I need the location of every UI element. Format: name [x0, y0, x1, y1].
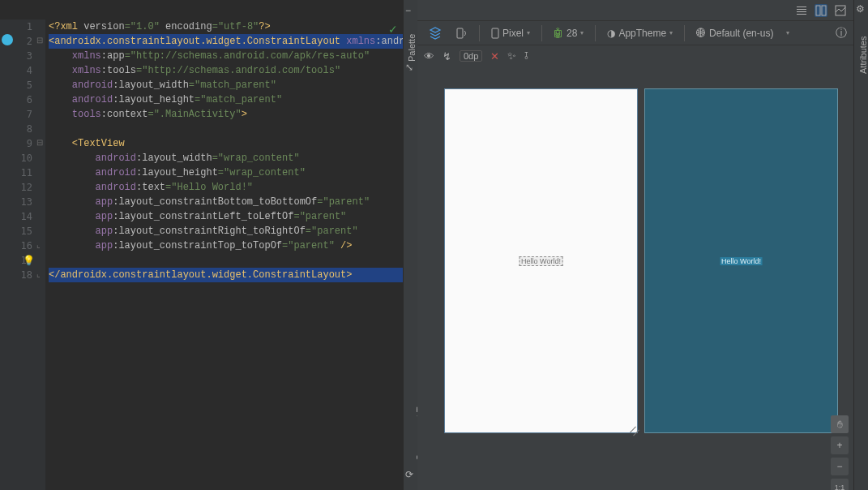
code-line[interactable]: app:layout_constraintTop_toTopOf="parent…	[49, 239, 403, 253]
blueprint-surface[interactable]: Hello World!	[645, 89, 837, 432]
gutter-icon-class[interactable]	[2, 34, 13, 45]
line-number: 13	[0, 195, 32, 209]
line-number-gutter[interactable]: 1 2 3 4 5 6 7 8 9 10 11 12 13 14 15 16 1…	[0, 19, 36, 490]
fold-marker-icon[interactable]: ⊟	[36, 138, 43, 147]
view-mode-bar	[417, 0, 853, 21]
zoom-out-icon[interactable]: −	[831, 458, 849, 475]
code-line[interactable]: xmlns:tools="http://schemas.android.com/…	[49, 63, 403, 78]
theme-icon: ◑	[607, 28, 615, 39]
zoom-controls: ✋︎ + − 1:1 ⛶	[831, 415, 849, 490]
svg-rect-1	[797, 9, 806, 10]
code-line[interactable]	[49, 253, 403, 268]
line-number: 5	[0, 78, 32, 92]
code-editor-pane: ✓ 1 2 3 4 5 6 7 8 9 10 11 12 13 14 15 16…	[0, 0, 403, 490]
view-options-icon[interactable]: 👁︎	[424, 50, 434, 62]
line-number: 10	[0, 151, 32, 165]
chevron-down-icon: ▾	[669, 29, 673, 37]
line-number: 11	[0, 165, 32, 180]
palette-pin-icon[interactable]: ⤡	[405, 62, 413, 73]
android-icon: 🤖︎	[554, 28, 563, 39]
code-line[interactable]: android:layout_height="wrap_content"	[49, 165, 403, 180]
zoom-reset[interactable]: 1:1	[831, 479, 849, 490]
attributes-label: Attributes	[858, 33, 868, 74]
design-surface-toggle[interactable]	[424, 25, 447, 41]
palette-collapse-icon[interactable]: −	[405, 5, 411, 16]
guidelines-icon[interactable]: ⫱	[524, 49, 528, 62]
line-number: 12	[0, 180, 32, 195]
palette-sidebar[interactable]: − Palette ⤡ Component Tree ⟳	[403, 0, 417, 490]
autoconnect-icon[interactable]: ↯	[443, 50, 451, 62]
separator	[541, 25, 542, 41]
design-surface[interactable]: Hello World!	[445, 89, 637, 432]
code-line[interactable]	[49, 122, 403, 136]
line-number: 9	[0, 136, 32, 151]
fold-gutter[interactable]: ⊟ ⊟ ⌞ ⌞	[36, 19, 45, 490]
analysis-ok-icon: ✓	[388, 23, 398, 36]
locale-selector[interactable]: 🌐︎ Default (en-us) ▾	[691, 26, 794, 41]
globe-icon: 🌐︎	[696, 28, 706, 39]
default-margin[interactable]: 0dp	[460, 50, 482, 62]
code-line[interactable]: <?xml version="1.0" encoding="utf-8"?>	[49, 19, 403, 34]
fold-end-icon[interactable]: ⌞	[36, 269, 41, 278]
preview-textview[interactable]: Hello World!	[720, 257, 763, 265]
code-line[interactable]: app:layout_constraintLeft_toLeftOf="pare…	[49, 209, 403, 224]
device-label: Pixel	[502, 28, 524, 39]
split-view-icon[interactable]	[815, 4, 827, 17]
component-tree-sidebar[interactable]: Component Tree ⟳	[404, 439, 418, 482]
design-view-icon[interactable]	[834, 4, 847, 17]
svg-rect-8	[492, 28, 498, 38]
code-view-icon[interactable]	[795, 4, 808, 17]
line-number: 1	[0, 19, 32, 34]
separator	[595, 25, 596, 41]
code-editor[interactable]: <?xml version="1.0" encoding="utf-8"?><a…	[45, 19, 403, 490]
code-line[interactable]: android:layout_height="match_parent"	[49, 92, 403, 107]
code-line[interactable]: android:layout_width="wrap_content"	[49, 151, 403, 165]
code-line[interactable]: app:layout_constraintBottom_toBottomOf="…	[49, 195, 403, 209]
svg-rect-0	[797, 6, 806, 7]
separator	[684, 25, 685, 41]
line-number: 16	[0, 239, 32, 253]
resize-handle-icon[interactable]	[629, 429, 644, 444]
palette-label: Palette	[407, 29, 417, 62]
theme-label: AppTheme	[618, 28, 666, 39]
chevron-down-icon: ▾	[527, 29, 530, 37]
line-number: 14	[0, 209, 32, 224]
design-canvas[interactable]: Hello World! Hello World! ✋︎ + − 1:1 ⛶	[417, 67, 853, 490]
code-line[interactable]: </androidx.constraintlayout.widget.Const…	[49, 268, 403, 282]
svg-rect-5	[822, 6, 826, 15]
preview-pane: − Palette ⤡ Component Tree ⟳ Pixel▾	[403, 0, 868, 490]
design-subtoolbar: 👁︎ ↯ 0dp ✕ ✨︎ ⫱	[417, 45, 853, 67]
issues-icon[interactable]: ⓘ	[836, 26, 847, 41]
line-number: 8	[0, 122, 32, 136]
code-line[interactable]: app:layout_constraintRight_toRightOf="pa…	[49, 224, 403, 239]
zoom-in-icon[interactable]: +	[831, 436, 849, 454]
code-line[interactable]: tools:context=".MainActivity">	[49, 107, 403, 122]
fold-end-icon[interactable]: ⌞	[36, 240, 41, 249]
device-selector[interactable]: Pixel▾	[486, 26, 535, 41]
line-number: 15	[0, 224, 32, 239]
code-line[interactable]: xmlns:app="http://schemas.android.com/ap…	[49, 49, 403, 63]
preview-textview[interactable]: Hello World!	[519, 256, 563, 266]
bulb-icon[interactable]: 💡	[23, 253, 35, 268]
component-tree-restore-icon[interactable]: ⟳	[405, 469, 413, 480]
line-number: 7	[0, 107, 32, 122]
code-line[interactable]: <TextView	[49, 136, 403, 151]
attributes-toggle-icon[interactable]: ⚙︎	[856, 3, 865, 15]
separator	[479, 25, 480, 41]
infer-constraints-icon[interactable]: ✨︎	[507, 49, 516, 62]
fold-marker-icon[interactable]: ⊟	[36, 36, 43, 45]
locale-label: Default (en-us)	[709, 28, 773, 39]
chevron-down-icon: ▾	[580, 29, 584, 37]
code-line[interactable]: android:layout_width="match_parent"	[49, 78, 403, 92]
code-line[interactable]: android:text="Hello World!"	[49, 180, 403, 195]
line-number: 6	[0, 92, 32, 107]
theme-selector[interactable]: ◑ AppTheme▾	[602, 26, 678, 41]
line-number: 18	[0, 268, 32, 282]
orientation-toggle[interactable]	[450, 25, 472, 41]
clear-constraints-icon[interactable]: ✕	[490, 50, 499, 62]
code-line[interactable]: <androidx.constraintlayout.widget.Constr…	[49, 34, 403, 49]
attributes-sidebar[interactable]: ⚙︎ Attributes	[853, 0, 868, 490]
api-selector[interactable]: 🤖︎ 28▾	[549, 26, 588, 41]
pan-tool-icon[interactable]: ✋︎	[831, 415, 849, 433]
svg-rect-4	[816, 6, 820, 15]
